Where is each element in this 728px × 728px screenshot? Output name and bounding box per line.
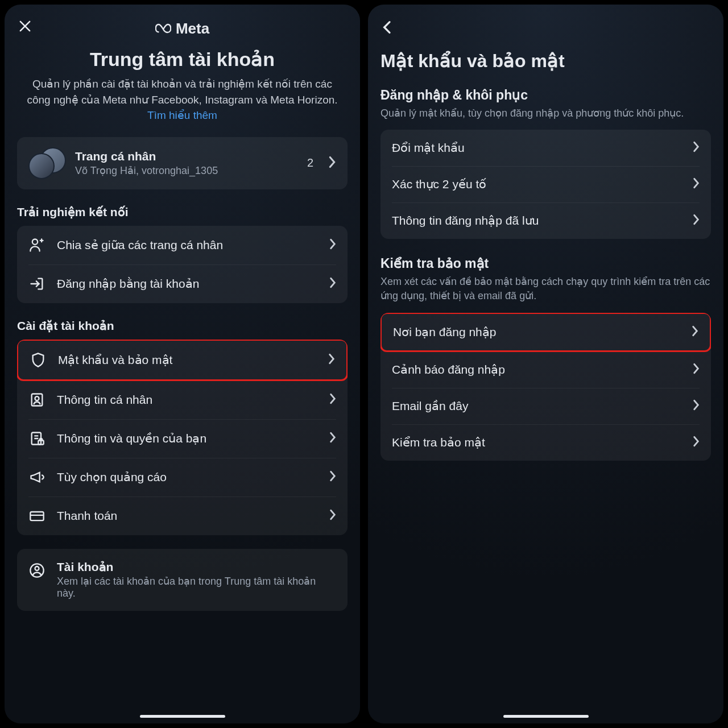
- security-check-list: Nơi bạn đăng nhập Cảnh báo đăng nhập Ema…: [380, 313, 711, 461]
- document-lock-icon: [28, 431, 46, 446]
- svg-point-0: [32, 239, 38, 244]
- row-login-with-accounts[interactable]: Đăng nhập bằng tài khoản: [17, 264, 348, 303]
- meta-logo-icon: [155, 20, 171, 36]
- home-indicator: [140, 715, 225, 718]
- credit-card-icon: [28, 508, 46, 524]
- group-login-recovery-desc: Quản lý mật khẩu, tùy chọn đăng nhập và …: [380, 106, 711, 121]
- row-saved-login[interactable]: Thông tin đăng nhập đã lưu: [380, 202, 711, 239]
- svg-rect-5: [30, 512, 43, 520]
- row-label: Nơi bạn đăng nhập: [393, 325, 692, 339]
- profile-avatars: [28, 147, 66, 179]
- chevron-right-icon: [329, 509, 336, 523]
- row-password-security[interactable]: Mật khẩu và bảo mật: [17, 340, 348, 381]
- row-label: Thanh toán: [57, 509, 318, 523]
- row-login-alerts[interactable]: Cảnh báo đăng nhập: [380, 351, 711, 388]
- row-label: Chia sẻ giữa các trang cá nhân: [57, 238, 318, 252]
- row-label: Tùy chọn quảng cáo: [57, 470, 318, 484]
- row-change-password[interactable]: Đổi mật khẩu: [380, 130, 711, 166]
- chevron-right-icon: [693, 141, 700, 155]
- shield-icon: [30, 352, 47, 368]
- chevron-right-icon: [693, 436, 700, 449]
- profiles-title: Trang cá nhân: [75, 150, 298, 163]
- section-connected-experiences: Trải nghiệm kết nối: [17, 205, 348, 219]
- chevron-right-icon: [328, 156, 336, 171]
- chevron-right-icon: [693, 214, 700, 228]
- profiles-count: 2: [307, 156, 313, 169]
- row-label: Email gần đây: [392, 399, 693, 413]
- group-security-check-desc: Xem xét các vấn đề bảo mật bằng cách chạ…: [380, 275, 711, 303]
- group-login-recovery-title: Đăng nhập & khôi phục: [380, 88, 711, 103]
- row-payments[interactable]: Thanh toán: [17, 497, 348, 535]
- chevron-right-icon: [692, 325, 698, 339]
- megaphone-icon: [28, 469, 46, 485]
- row-security-checkup[interactable]: Kiểm tra bảo mật: [380, 424, 711, 461]
- row-sub: Xem lại các tài khoản của bạn trong Trun…: [57, 575, 336, 599]
- row-where-logged-in[interactable]: Nơi bạn đăng nhập: [380, 313, 711, 352]
- login-recovery-list: Đổi mật khẩu Xác thực 2 yếu tố Thông tin…: [380, 130, 711, 239]
- learn-more-link[interactable]: Tìm hiểu thêm: [147, 109, 217, 121]
- row-ad-preferences[interactable]: Tùy chọn quảng cáo: [17, 458, 348, 497]
- topbar: Meta: [17, 17, 348, 40]
- svg-point-7: [35, 566, 39, 570]
- group-security-check-title: Kiểm tra bảo mật: [380, 256, 711, 271]
- row-label: Đổi mật khẩu: [392, 141, 693, 155]
- profiles-card[interactable]: Trang cá nhân Võ Trọng Hải, votronghai_1…: [17, 137, 348, 189]
- row-label: Thông tin đăng nhập đã lưu: [392, 214, 693, 228]
- meta-brand: Meta: [155, 20, 209, 38]
- row-label: Kiểm tra bảo mật: [392, 436, 693, 449]
- row-label: Thông tin và quyền của bạn: [57, 432, 318, 445]
- page-title: Mật khẩu và bảo mật: [380, 50, 711, 72]
- row-two-factor[interactable]: Xác thực 2 yếu tố: [380, 166, 711, 202]
- share-profile-icon: [28, 237, 46, 253]
- chevron-right-icon: [329, 393, 336, 407]
- desc-text: Quản lý phần cài đặt tài khoản và trải n…: [27, 78, 337, 106]
- chevron-right-icon: [693, 399, 700, 413]
- topbar: [380, 17, 711, 40]
- row-your-info-permissions[interactable]: Thông tin và quyền của bạn: [17, 419, 348, 458]
- row-label: Đăng nhập bằng tài khoản: [57, 277, 318, 291]
- chevron-right-icon: [329, 470, 336, 484]
- row-share-across-profiles[interactable]: Chia sẻ giữa các trang cá nhân: [17, 226, 348, 264]
- row-personal-info[interactable]: Thông tin cá nhân: [17, 380, 348, 419]
- home-indicator: [503, 715, 589, 718]
- profiles-sub: Võ Trọng Hải, votronghai_1305: [75, 164, 298, 177]
- screen-accounts-center: Meta Trung tâm tài khoản Quản lý phần cà…: [5, 5, 360, 723]
- row-label: Cảnh báo đăng nhập: [392, 363, 693, 377]
- row-title: Tài khoản: [57, 560, 336, 574]
- page-description: Quản lý phần cài đặt tài khoản và trải n…: [17, 76, 348, 123]
- brand-text: Meta: [176, 20, 209, 38]
- account-settings-list: Mật khẩu và bảo mật Thông tin cá nhân Th…: [17, 340, 348, 535]
- connected-list: Chia sẻ giữa các trang cá nhân Đăng nhập…: [17, 226, 348, 303]
- user-circle-icon: [28, 562, 46, 578]
- chevron-right-icon: [329, 238, 336, 252]
- chevron-right-icon: [329, 277, 336, 291]
- page-title: Trung tâm tài khoản: [17, 48, 348, 71]
- row-label: Thông tin cá nhân: [57, 393, 318, 407]
- row-label: Xác thực 2 yếu tố: [392, 177, 693, 191]
- login-icon: [28, 276, 46, 292]
- chevron-right-icon: [693, 363, 700, 377]
- section-account-settings: Cài đặt tài khoản: [17, 319, 348, 333]
- row-accounts[interactable]: Tài khoản Xem lại các tài khoản của bạn …: [17, 549, 348, 611]
- chevron-right-icon: [328, 353, 335, 367]
- close-button[interactable]: [17, 18, 33, 36]
- svg-point-2: [35, 396, 39, 400]
- chevron-right-icon: [693, 177, 700, 191]
- accounts-list: Tài khoản Xem lại các tài khoản của bạn …: [17, 549, 348, 611]
- avatar-icon: [28, 153, 55, 179]
- screen-password-security: Mật khẩu và bảo mật Đăng nhập & khôi phụ…: [368, 5, 723, 723]
- row-label: Mật khẩu và bảo mật: [58, 353, 317, 367]
- chevron-right-icon: [329, 432, 336, 445]
- id-card-icon: [28, 392, 46, 408]
- back-button[interactable]: [380, 20, 394, 36]
- row-recent-emails[interactable]: Email gần đây: [380, 388, 711, 424]
